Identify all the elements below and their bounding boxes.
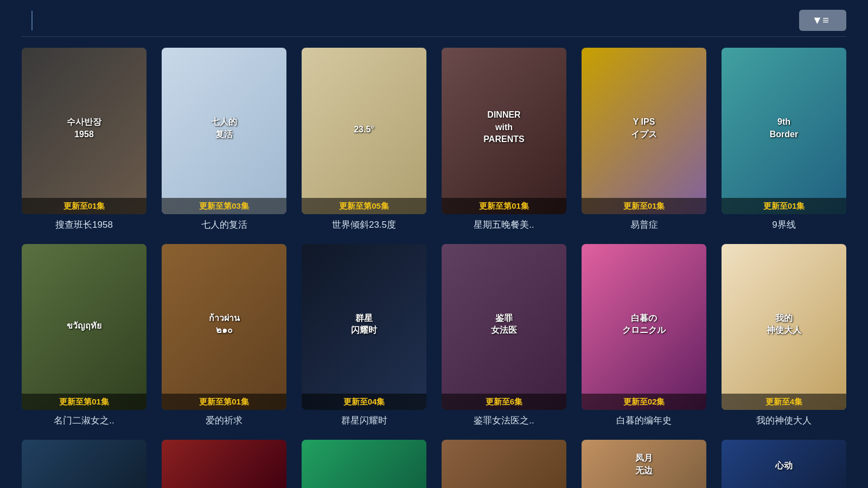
poster-image	[162, 440, 286, 488]
show-card[interactable]: 我的 神使大人更新至4集我的神使大人	[722, 244, 846, 427]
episode-badge: 更新至01集	[582, 198, 706, 214]
poster-image: ก้าวผ่าน ๒๑๐更新至第01集	[162, 244, 286, 410]
episode-badge: 更新至01集	[22, 198, 146, 214]
show-card[interactable]: 수사반장 1958更新至01集搜查班长1958	[22, 48, 146, 231]
header-divider	[31, 11, 33, 30]
poster-text: 9th Border	[728, 116, 840, 140]
poster-image: 23.5°更新至第05集	[302, 48, 426, 214]
show-title: 搜查班长1958	[22, 219, 146, 231]
episode-badge: 更新至04集	[302, 394, 426, 410]
show-card[interactable]: ขวัญฤทัย更新至第01集名门二淑女之..	[22, 244, 146, 427]
show-card[interactable]	[302, 440, 426, 488]
poster-image: 白暮の クロニクル更新至02集	[582, 244, 706, 410]
show-card[interactable]: DINNER with PARENTS更新至第01集星期五晚餐美..	[442, 48, 566, 231]
show-title: 我的神使大人	[722, 414, 846, 427]
show-card[interactable]	[442, 440, 566, 488]
episode-badge: 更新至第01集	[162, 394, 286, 410]
poster-image: ขวัญฤทัย更新至第01集	[22, 244, 146, 410]
poster-image: Y IPS イプス更新至01集	[582, 48, 706, 214]
poster-image: 9th Border更新至01集	[722, 48, 846, 214]
episode-badge: 更新至02集	[582, 394, 706, 410]
show-card[interactable]: 心动	[722, 440, 846, 488]
shows-grid-row2: ขวัญฤทัย更新至第01集名门二淑女之..ก้าวผ่าน ๒๑๐更新至第0…	[0, 239, 868, 427]
show-title: 鉴罪女法医之..	[442, 414, 566, 427]
show-card[interactable]: Y IPS イプス更新至01集易普症	[582, 48, 706, 231]
poster-text: 수사반장 1958	[28, 116, 141, 140]
show-card[interactable]: 白暮の クロニクル更新至02集白暮的编年史	[582, 244, 706, 427]
show-card[interactable]: 群星 闪耀时更新至04集群星闪耀时	[302, 244, 426, 427]
show-card[interactable]	[162, 440, 286, 488]
poster-text: 凤月 无边	[588, 452, 700, 477]
shows-grid-row3: 凤月 无边心动	[0, 434, 868, 488]
header-separator	[22, 36, 846, 37]
poster-image: 群星 闪耀时更新至04集	[302, 244, 426, 410]
shows-grid-row1: 수사반장 1958更新至01集搜查班长1958七人的 复活更新至第03集七人的复…	[0, 42, 868, 231]
show-card[interactable]: 七人的 复活更新至第03集七人的复活	[162, 48, 286, 231]
show-title: 名门二淑女之..	[22, 414, 146, 427]
header-left	[22, 11, 42, 30]
poster-text: 23.5°	[308, 124, 420, 136]
poster-text: 我的 神使大人	[728, 312, 840, 337]
poster-image: 鉴罪 女法医更新至6集	[442, 244, 566, 410]
show-title: 七人的复活	[162, 219, 286, 231]
poster-text: 七人的 复活	[168, 116, 280, 140]
show-card[interactable]: 23.5°更新至第05集世界倾斜23.5度	[302, 48, 426, 231]
menu-button[interactable]: ▼≡	[799, 10, 846, 31]
episode-badge: 更新至第01集	[22, 394, 146, 410]
poster-text: 鉴罪 女法医	[448, 312, 560, 337]
episode-badge: 更新至6集	[442, 394, 566, 410]
show-title: 白暮的编年史	[582, 414, 706, 427]
poster-image: 七人的 复活更新至第03集	[162, 48, 286, 214]
poster-text: 白暮の クロニクル	[588, 312, 700, 337]
header: ▼≡	[0, 0, 868, 36]
show-card[interactable]: 凤月 无边	[582, 440, 706, 488]
poster-image: 수사반장 1958更新至01集	[22, 48, 146, 214]
poster-text: 心动	[728, 460, 840, 472]
show-title: 群星闪耀时	[302, 414, 426, 427]
filter-icon: ▼≡	[812, 14, 829, 27]
poster-text: ขวัญฤทัย	[28, 320, 141, 332]
poster-image: 心动	[722, 440, 846, 488]
episode-badge: 更新至第03集	[162, 198, 286, 214]
poster-text: 群星 闪耀时	[308, 312, 420, 337]
show-title: 爱的祈求	[162, 414, 286, 427]
show-card[interactable]	[22, 440, 146, 488]
show-card[interactable]: 鉴罪 女法医更新至6集鉴罪女法医之..	[442, 244, 566, 427]
poster-text: Y IPS イプス	[588, 116, 700, 140]
episode-badge: 更新至4集	[722, 394, 846, 410]
show-title: 世界倾斜23.5度	[302, 219, 426, 231]
poster-image: 我的 神使大人更新至4集	[722, 244, 846, 410]
show-title: 易普症	[582, 219, 706, 231]
show-title: 9界线	[722, 219, 846, 231]
poster-text: ก้าวผ่าน ๒๑๐	[168, 312, 280, 337]
episode-badge: 更新至01集	[722, 198, 846, 214]
poster-text: DINNER with PARENTS	[448, 109, 560, 145]
poster-image	[442, 440, 566, 488]
show-card[interactable]: ก้าวผ่าน ๒๑๐更新至第01集爱的祈求	[162, 244, 286, 427]
show-card[interactable]: 9th Border更新至01集9界线	[722, 48, 846, 231]
show-title: 星期五晚餐美..	[442, 219, 566, 231]
poster-image	[302, 440, 426, 488]
episode-badge: 更新至第05集	[302, 198, 426, 214]
poster-image: DINNER with PARENTS更新至第01集	[442, 48, 566, 214]
episode-badge: 更新至第01集	[442, 198, 566, 214]
poster-image: 凤月 无边	[582, 440, 706, 488]
poster-image	[22, 440, 146, 488]
